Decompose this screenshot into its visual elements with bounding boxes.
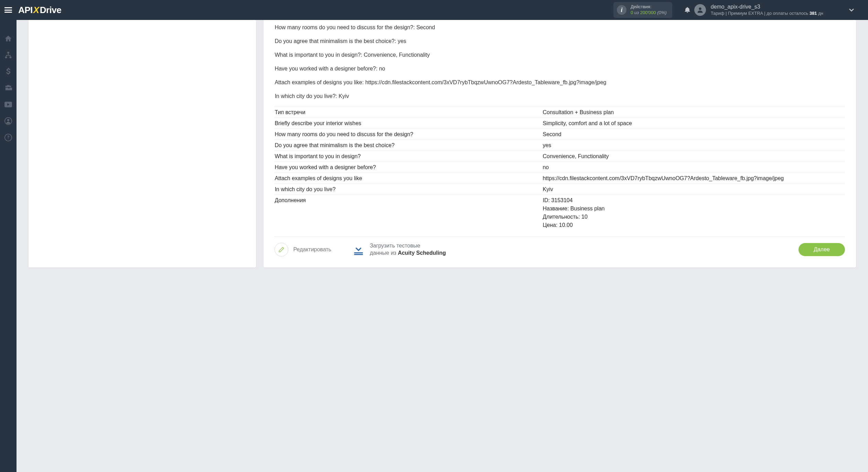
user-name: demo_apix-drive_s3 bbox=[711, 3, 823, 11]
row-value: Consultation + Business plan bbox=[543, 107, 845, 118]
qa-item: In which city do you live?: Kyiv bbox=[275, 92, 845, 100]
table-row: Briefly describe your interior wishesSim… bbox=[275, 118, 845, 129]
svg-rect-3 bbox=[10, 57, 11, 58]
user-info: demo_apix-drive_s3 Тариф | Премиум EXTRA… bbox=[711, 3, 823, 17]
qa-item: Have you worked with a designer before?:… bbox=[275, 65, 845, 73]
pencil-icon-wrap bbox=[275, 243, 288, 256]
action-bar: Редактировать Загрузить тестовые данные … bbox=[275, 237, 845, 257]
actions-counter[interactable]: i Действия: 0 из 200'000 (0%) bbox=[613, 2, 672, 18]
notifications-button[interactable] bbox=[681, 6, 694, 14]
pencil-icon bbox=[278, 246, 285, 253]
content: How many rooms do you need to discuss fo… bbox=[17, 20, 868, 278]
sidebar bbox=[0, 20, 17, 278]
qa-item: What is important to you in design?: Con… bbox=[275, 51, 845, 59]
actions-count: 0 bbox=[631, 10, 633, 15]
svg-rect-1 bbox=[7, 52, 9, 54]
logo-part1: API bbox=[18, 5, 33, 15]
row-value: https://cdn.filestackcontent.com/3xVD7ry… bbox=[543, 173, 845, 184]
actions-total: 200'000 bbox=[640, 10, 656, 15]
user-menu[interactable]: demo_apix-drive_s3 Тариф | Премиум EXTRA… bbox=[694, 3, 854, 17]
sidebar-item-connections[interactable] bbox=[0, 47, 17, 63]
logo[interactable]: APIXDrive bbox=[18, 5, 61, 15]
user-tariff: Тариф | Премиум EXTRA | до оплаты остало… bbox=[711, 11, 823, 17]
qa-item: Attach examples of designs you like: htt… bbox=[275, 78, 845, 87]
logo-part2: X bbox=[33, 5, 40, 15]
logo-part3: Drive bbox=[40, 5, 62, 15]
table-row: In which city do you live?Kyiv bbox=[275, 184, 845, 195]
app-header: APIXDrive i Действия: 0 из 200'000 (0%) … bbox=[0, 0, 868, 20]
home-icon bbox=[4, 35, 12, 42]
actions-pct: (0%) bbox=[657, 10, 666, 15]
svg-rect-2 bbox=[5, 57, 7, 58]
user-icon bbox=[696, 6, 704, 14]
qa-block: How many rooms do you need to discuss fo… bbox=[275, 23, 845, 100]
youtube-icon bbox=[4, 101, 12, 108]
load-test-data-button[interactable]: Загрузить тестовые данные из Acuity Sche… bbox=[352, 242, 446, 257]
table-row: Attach examples of designs you likehttps… bbox=[275, 173, 845, 184]
row-label: Briefly describe your interior wishes bbox=[275, 118, 543, 129]
table-row: ДополненияID: 3153104 Название: Business… bbox=[275, 195, 845, 231]
sidebar-item-account[interactable] bbox=[0, 113, 17, 129]
sidebar-item-help[interactable] bbox=[0, 129, 17, 146]
table-row: Have you worked with a designer before?n… bbox=[275, 162, 845, 173]
hamburger-icon bbox=[4, 7, 12, 13]
dollar-icon bbox=[6, 68, 11, 75]
sidebar-item-billing[interactable] bbox=[0, 63, 17, 80]
row-value: Second bbox=[543, 129, 845, 140]
sitemap-icon bbox=[4, 51, 12, 59]
sidebar-item-home[interactable] bbox=[0, 30, 17, 47]
row-label: Have you worked with a designer before? bbox=[275, 162, 543, 173]
question-icon bbox=[4, 134, 12, 141]
row-label: In which city do you live? bbox=[275, 184, 543, 195]
download-icon bbox=[352, 243, 365, 256]
svg-point-6 bbox=[7, 119, 9, 121]
row-value: ID: 3153104 Название: Business plan Длит… bbox=[543, 195, 845, 231]
row-label: Дополнения bbox=[275, 195, 543, 231]
menu-button[interactable] bbox=[0, 0, 17, 20]
row-value: yes bbox=[543, 140, 845, 151]
actions-of: из bbox=[634, 10, 639, 15]
edit-button[interactable]: Редактировать bbox=[275, 243, 331, 256]
row-value: Kyiv bbox=[543, 184, 845, 195]
chevron-down-icon bbox=[849, 8, 854, 12]
info-icon: i bbox=[617, 5, 626, 15]
table-row: Тип встречиConsultation + Business plan bbox=[275, 107, 845, 118]
sidebar-item-video[interactable] bbox=[0, 96, 17, 113]
avatar bbox=[694, 4, 706, 16]
bell-icon bbox=[684, 6, 691, 14]
table-row: How many rooms do you need to discuss fo… bbox=[275, 129, 845, 140]
sidebar-item-tools[interactable] bbox=[0, 80, 17, 96]
actions-text: Действия: 0 из 200'000 (0%) bbox=[631, 4, 667, 16]
row-label: Attach examples of designs you like bbox=[275, 173, 543, 184]
next-button[interactable]: Далее bbox=[799, 243, 845, 256]
table-row: Do you agree that minimalism is the best… bbox=[275, 140, 845, 151]
svg-point-0 bbox=[699, 8, 701, 10]
row-value: no bbox=[543, 162, 845, 173]
briefcase-icon bbox=[4, 84, 12, 92]
load-text: Загрузить тестовые данные из Acuity Sche… bbox=[370, 242, 446, 257]
table-row: What is important to you in design?Conve… bbox=[275, 151, 845, 162]
row-label: How many rooms do you need to discuss fo… bbox=[275, 129, 543, 140]
data-table: Тип встречиConsultation + Business planB… bbox=[275, 107, 845, 230]
actions-label: Действия: bbox=[631, 4, 667, 10]
left-panel bbox=[29, 20, 256, 267]
user-circle-icon bbox=[4, 117, 12, 125]
main-panel: How many rooms do you need to discuss fo… bbox=[264, 20, 856, 267]
edit-label: Редактировать bbox=[293, 246, 331, 253]
qa-item: How many rooms do you need to discuss fo… bbox=[275, 23, 845, 32]
row-value: Simplicity, comfort and a lot of space bbox=[543, 118, 845, 129]
row-label: Do you agree that minimalism is the best… bbox=[275, 140, 543, 151]
row-value: Convenience, Functionality bbox=[543, 151, 845, 162]
row-label: What is important to you in design? bbox=[275, 151, 543, 162]
qa-item: Do you agree that minimalism is the best… bbox=[275, 37, 845, 45]
row-label: Тип встречи bbox=[275, 107, 543, 118]
